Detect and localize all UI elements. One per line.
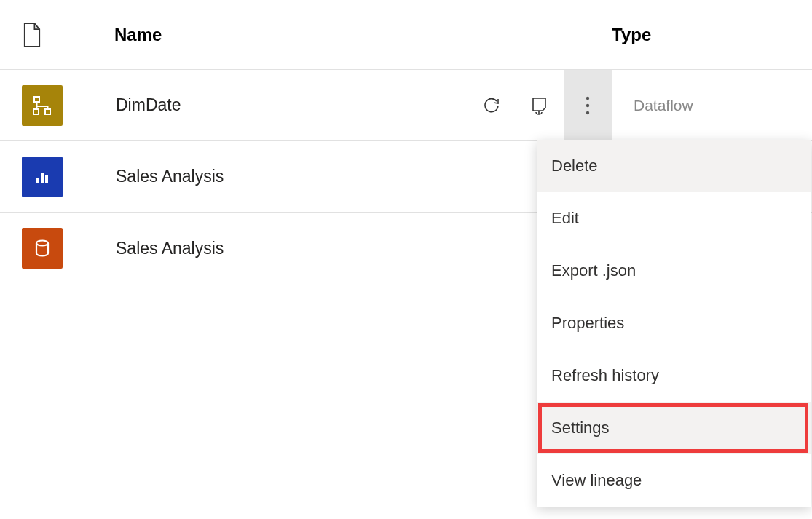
- menu-item-export-json[interactable]: Export .json: [537, 245, 811, 297]
- item-name[interactable]: Sales Analysis: [63, 167, 612, 186]
- item-type: Dataflow: [612, 97, 812, 114]
- menu-item-refresh-history[interactable]: Refresh history: [537, 349, 811, 402]
- refresh-now-button[interactable]: [468, 70, 516, 141]
- column-header-type[interactable]: Type: [612, 25, 812, 45]
- svg-rect-6: [36, 178, 39, 183]
- dataflow-icon: [22, 85, 63, 126]
- svg-rect-2: [45, 109, 50, 114]
- svg-point-9: [36, 241, 48, 246]
- row-actions: [468, 70, 612, 141]
- file-icon: [22, 23, 60, 47]
- context-menu: Delete Edit Export .json Properties Refr…: [537, 140, 811, 507]
- menu-item-delete[interactable]: Delete: [537, 140, 811, 192]
- svg-rect-7: [41, 173, 44, 183]
- svg-rect-8: [45, 175, 48, 183]
- svg-rect-1: [33, 109, 39, 114]
- svg-point-5: [586, 111, 589, 114]
- item-name[interactable]: DimDate: [63, 95, 468, 115]
- menu-item-settings[interactable]: Settings: [537, 402, 811, 454]
- more-options-button[interactable]: [564, 70, 612, 141]
- svg-point-4: [586, 103, 589, 106]
- menu-item-properties[interactable]: Properties: [537, 297, 811, 349]
- schedule-refresh-button[interactable]: [516, 70, 564, 141]
- item-name[interactable]: Sales Analysis: [63, 239, 612, 258]
- dataset-icon: [22, 228, 63, 269]
- column-header-name[interactable]: Name: [60, 25, 612, 45]
- svg-rect-0: [34, 97, 39, 102]
- svg-point-3: [586, 96, 589, 99]
- table-header-row: Name Type: [0, 0, 812, 70]
- menu-item-edit[interactable]: Edit: [537, 192, 811, 245]
- menu-item-view-lineage[interactable]: View lineage: [537, 454, 811, 507]
- report-icon: [22, 157, 63, 197]
- table-row[interactable]: DimDate Dataf: [0, 70, 812, 141]
